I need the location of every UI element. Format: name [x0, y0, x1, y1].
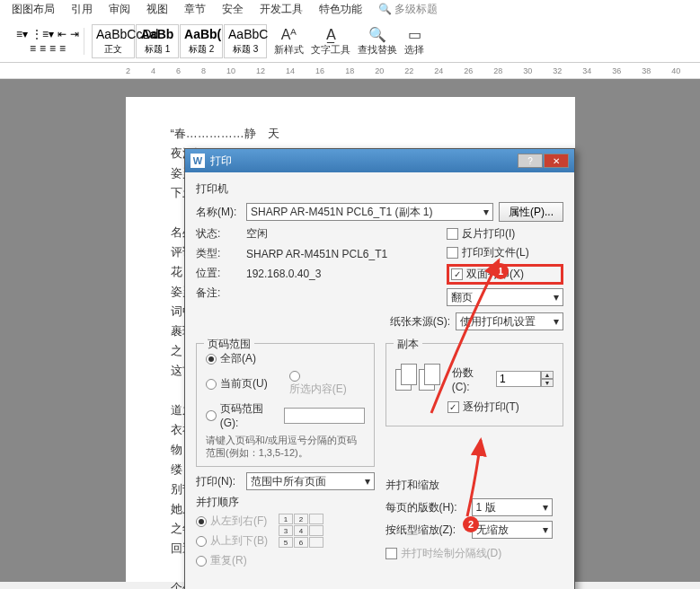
find-replace-button[interactable]: 🔍查找替换 [358, 25, 397, 57]
draw-lines-label: 并打时绘制分隔线(D) [401, 546, 502, 561]
style-item[interactable]: AaBb标题 1 [136, 24, 179, 58]
tab[interactable]: 安全 [215, 0, 251, 18]
app-icon: W [191, 154, 205, 168]
align-justify-icon[interactable]: ≡ [59, 42, 66, 55]
paper-src-select[interactable]: 使用打印机设置 [456, 312, 563, 330]
printer-name-select[interactable]: SHARP AR-M451N PCL6_T1 (副本 1) [246, 203, 493, 221]
title-bar[interactable]: W 打印 ? ✕ [185, 149, 574, 172]
scale-label: 按纸型缩放(Z): [385, 523, 466, 538]
properties-button[interactable]: 属性(P)... [499, 202, 563, 222]
indent-inc-icon[interactable]: ⇥ [70, 28, 79, 40]
printer-section-title: 打印机 [196, 181, 563, 197]
status-label: 状态: [196, 226, 241, 242]
flip-select[interactable]: 翻页 [447, 288, 563, 306]
tab[interactable]: 特色功能 [312, 0, 369, 18]
tab[interactable]: 章节 [177, 0, 213, 18]
order-lr-radio [196, 516, 207, 527]
order-title: 并打顺序 [196, 495, 375, 510]
text-tool-button[interactable]: A̲文字工具 [311, 25, 350, 57]
range-all-label: 全部(A) [220, 351, 256, 366]
scale-select[interactable]: 无缩放 [472, 521, 553, 539]
print-dialog: W 打印 ? ✕ 打印机 名称(M): SHARP AR-M451N PCL6_… [184, 148, 575, 589]
range-pages-radio[interactable] [206, 410, 217, 421]
new-style-button[interactable]: Aᴬ新样式 [274, 25, 304, 57]
range-current-label: 当前页(U) [220, 376, 268, 391]
draw-lines-checkbox [385, 548, 397, 559]
collate-icon [395, 364, 439, 394]
dialog-title: 打印 [210, 154, 518, 169]
style-gallery[interactable]: AaBbCcDd正文 AaBb标题 1 AaBb(标题 2 AaBbC标题 3 [92, 24, 267, 58]
reverse-checkbox[interactable] [447, 228, 458, 240]
tab[interactable]: 视图 [139, 0, 175, 18]
type-label: 类型: [196, 246, 241, 261]
to-file-label: 打印到文件(L) [462, 245, 529, 260]
type-value: SHARP AR-M451N PCL6_T1 [246, 248, 387, 260]
select-button[interactable]: ▭选择 [404, 25, 424, 57]
order-tb-radio [196, 536, 207, 547]
range-title: 页码范围 [204, 337, 254, 352]
print-what-select[interactable]: 范围中所有页面 [246, 472, 375, 490]
range-hint: 请键入页码和/或用逗号分隔的页码范围(例如：1,3,5-12)。 [206, 434, 365, 459]
duplex-checkbox[interactable] [451, 268, 463, 280]
per-sheet-label: 每页的版数(H): [385, 500, 466, 515]
spinner-up-icon[interactable]: ▲ [541, 371, 554, 379]
bullets-icon[interactable]: ≡▾ [16, 28, 28, 40]
spinner-down-icon[interactable]: ▼ [541, 379, 554, 387]
copies-label: 份数(C): [452, 365, 491, 393]
per-sheet-select[interactable]: 1 版 [472, 498, 553, 516]
style-item[interactable]: AaBbC标题 3 [224, 24, 267, 58]
search-placeholder: 多级标题 [394, 2, 438, 17]
copies-input[interactable] [496, 371, 541, 387]
tab[interactable]: 审阅 [102, 0, 137, 18]
range-current-radio[interactable] [206, 379, 217, 390]
tab[interactable]: 图图布局 [4, 0, 62, 18]
zoom-title: 并打和缩放 [385, 478, 564, 493]
close-icon[interactable]: ✕ [544, 154, 569, 168]
range-selection-radio [289, 371, 300, 382]
help-icon[interactable]: ? [518, 154, 543, 168]
print-what-label: 打印(N): [196, 474, 241, 489]
search-icon: 🔍 [378, 3, 392, 15]
search-box[interactable]: 🔍 多级标题 [378, 0, 438, 18]
annotation-1: 1 [492, 263, 509, 279]
annotation-2: 2 [463, 516, 479, 532]
range-pages-input[interactable] [284, 408, 365, 424]
where-label: 位置: [196, 266, 241, 281]
layout-preview-icon: 12 34 56 [279, 514, 323, 573]
range-fieldset: 页码范围 全部(A) 当前页(U) 所选内容(E) 页码范围(G): 请键入页码… [196, 343, 375, 467]
to-file-checkbox[interactable] [447, 247, 458, 259]
range-all-radio[interactable] [206, 354, 217, 365]
tab[interactable]: 开发工具 [253, 0, 310, 18]
where-value: 192.168.0.40_3 [246, 268, 321, 280]
align-center-icon[interactable]: ≡ [40, 42, 46, 55]
copies-title: 副本 [394, 337, 422, 352]
comment-label: 备注: [196, 286, 241, 301]
ruler: 2468101214161820222426283032343638404244 [0, 63, 700, 79]
tab[interactable]: 引用 [64, 0, 100, 18]
align-right-icon[interactable]: ≡ [49, 42, 56, 55]
range-pages-label: 页码范围(G): [220, 401, 280, 429]
numbering-icon[interactable]: ⋮≡▾ [31, 28, 54, 40]
style-item[interactable]: AaBbCcDd正文 [92, 24, 135, 58]
reverse-label: 反片打印(I) [462, 226, 515, 242]
style-item[interactable]: AaBb(标题 2 [180, 24, 223, 58]
collate-label: 逐份打印(T) [463, 400, 519, 415]
indent-dec-icon[interactable]: ⇤ [58, 28, 66, 40]
align-left-icon[interactable]: ≡ [30, 42, 36, 55]
collate-checkbox[interactable] [447, 401, 459, 413]
copies-fieldset: 副本 份数(C): ▲▼ 逐份打印(T) [385, 343, 564, 426]
name-label: 名称(M): [196, 205, 241, 220]
status-value: 空闲 [246, 226, 268, 242]
order-repeat-radio [196, 556, 207, 567]
paper-src-label: 纸张来源(S): [390, 314, 450, 330]
copies-spinner[interactable]: ▲▼ [496, 371, 554, 387]
